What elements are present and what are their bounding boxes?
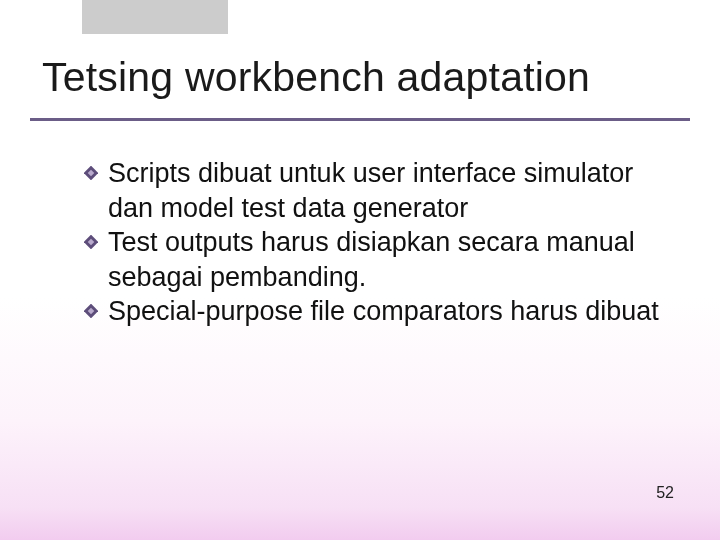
diamond-bullet-icon <box>84 235 98 249</box>
slide-title: Tetsing workbench adaptation <box>42 54 590 101</box>
page-number: 52 <box>656 484 674 502</box>
bullet-list: Scripts dibuat untuk user interface simu… <box>84 156 678 329</box>
list-item-text: Test outputs harus disiapkan secara manu… <box>108 227 635 292</box>
list-item: Scripts dibuat untuk user interface simu… <box>84 156 678 225</box>
list-item-text: Special-purpose file comparators harus d… <box>108 296 659 326</box>
decorative-top-block <box>82 0 228 34</box>
title-underline <box>30 118 690 121</box>
diamond-bullet-icon <box>84 304 98 318</box>
list-item: Test outputs harus disiapkan secara manu… <box>84 225 678 294</box>
list-item: Special-purpose file comparators harus d… <box>84 294 678 329</box>
list-item-text: Scripts dibuat untuk user interface simu… <box>108 158 633 223</box>
diamond-bullet-icon <box>84 166 98 180</box>
